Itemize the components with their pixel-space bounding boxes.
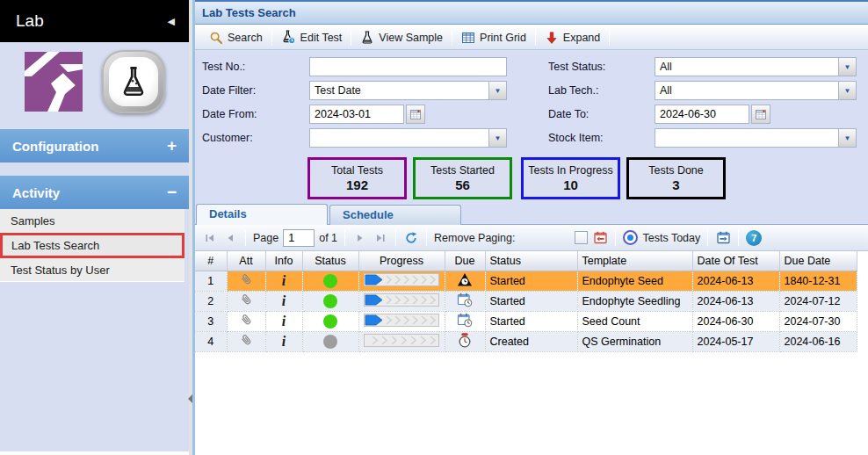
toolbar-button-label: Search: [228, 32, 263, 44]
lab-tech-select[interactable]: All ▼: [655, 81, 857, 100]
date-to-input[interactable]: [655, 105, 749, 124]
column-header-status[interactable]: Status: [485, 251, 577, 271]
sidebar-section-activity[interactable]: Activity −: [0, 176, 189, 209]
previous-page-icon: [224, 232, 236, 244]
info-icon: i: [282, 293, 286, 308]
page-count-label: of 1: [319, 232, 337, 244]
last-page-button[interactable]: [373, 230, 388, 246]
attachment-cell[interactable]: [227, 271, 265, 291]
panel-title-bar: Lab Tests Search: [195, 0, 868, 25]
test-no-label: Test No.:: [202, 61, 245, 73]
status-cell: Started: [485, 311, 577, 331]
date-from-input[interactable]: [309, 105, 404, 124]
column-header-status-light[interactable]: Status: [302, 251, 358, 271]
table-row[interactable]: 1 i: [195, 271, 857, 291]
last-page-icon: [374, 232, 387, 244]
tests-done-box: Tests Done 3: [626, 157, 726, 199]
refresh-button[interactable]: [403, 230, 419, 246]
collapse-sidebar-icon[interactable]: ◀: [168, 16, 175, 27]
sidebar-nav: Samples Lab Tests Search Test Status by …: [0, 209, 184, 282]
chevron-down-icon[interactable]: ▼: [488, 82, 506, 99]
sidebar-item-lab-tests-search[interactable]: Lab Tests Search: [0, 233, 184, 258]
refresh-icon: [404, 231, 418, 245]
test-status-select[interactable]: All ▼: [655, 57, 857, 76]
progress-bar: [364, 334, 439, 347]
paging-separator: [426, 230, 427, 246]
paperclip-icon: [239, 333, 253, 347]
column-header-num[interactable]: #: [195, 251, 227, 271]
date-to-calendar-button[interactable]: [751, 105, 770, 124]
test-no-input[interactable]: [309, 57, 507, 76]
progress-bar: [364, 273, 439, 286]
view-sample-button[interactable]: View Sample: [353, 27, 450, 48]
column-header-progress[interactable]: Progress: [358, 251, 445, 271]
chevron-down-icon[interactable]: ▼: [838, 82, 856, 99]
attachment-cell[interactable]: [227, 291, 265, 311]
page-number-input[interactable]: [283, 229, 315, 247]
tests-today-radio[interactable]: [623, 230, 638, 245]
chevron-down-icon[interactable]: ▼: [488, 129, 506, 147]
table-row[interactable]: 4 i: [195, 331, 857, 351]
chevron-down-icon[interactable]: ▼: [838, 129, 856, 147]
customer-select[interactable]: ▼: [309, 128, 507, 148]
search-button[interactable]: Search: [202, 27, 270, 48]
lab-tech-label: Lab Tech.:: [548, 84, 598, 97]
paperclip-icon: [239, 292, 253, 307]
next-page-button[interactable]: [352, 230, 368, 246]
radio-dot: [627, 235, 633, 241]
calendar-clock-icon: [457, 312, 473, 328]
due-icon-cell: [445, 291, 485, 311]
info-cell[interactable]: i: [265, 331, 302, 351]
tab-schedule[interactable]: Schedule: [329, 205, 461, 225]
progress-bar: [364, 314, 439, 327]
row-number-cell: 4: [195, 331, 227, 351]
attachment-cell[interactable]: [227, 331, 265, 351]
expand-plus-icon[interactable]: +: [167, 136, 177, 155]
tab-details[interactable]: Details: [196, 204, 328, 225]
lab-module-button-face: [109, 57, 158, 106]
info-cell[interactable]: i: [265, 291, 302, 311]
summary-label: Tests In Progress: [524, 164, 618, 177]
status-light-cell: [302, 291, 358, 311]
attachment-cell[interactable]: [227, 311, 265, 331]
sidebar-item-samples[interactable]: Samples: [0, 209, 184, 233]
sidebar-item-test-status-by-user[interactable]: Test Status by User: [0, 258, 184, 282]
column-header-due-date[interactable]: Due Date: [779, 251, 857, 271]
column-header-info[interactable]: Info: [265, 251, 302, 271]
column-header-att[interactable]: Att: [227, 251, 265, 271]
edit-test-button[interactable]: Edit Test: [274, 27, 350, 48]
info-cell[interactable]: i: [265, 271, 302, 291]
calendar-clock-icon: [457, 292, 473, 307]
expand-button[interactable]: Expand: [538, 27, 607, 48]
chevron-down-icon[interactable]: ▼: [838, 58, 856, 76]
print-grid-button[interactable]: Print Grid: [454, 27, 533, 48]
remove-paging-calendar-button[interactable]: [592, 230, 608, 246]
calendar-back-icon: [593, 230, 608, 245]
sidebar-section-configuration[interactable]: Configuration +: [0, 129, 189, 162]
count-badge[interactable]: 7: [746, 230, 762, 246]
date-filter-select[interactable]: Test Date ▼: [309, 81, 507, 100]
previous-page-button[interactable]: [222, 230, 238, 246]
info-cell[interactable]: i: [265, 311, 302, 331]
lab-module-button[interactable]: [102, 50, 165, 113]
column-header-due[interactable]: Due: [445, 251, 485, 271]
column-header-template[interactable]: Template: [577, 251, 692, 271]
summary-value: 3: [629, 177, 723, 192]
due-icon-cell: [445, 311, 485, 331]
table-row[interactable]: 3 i: [195, 311, 857, 331]
tests-today-calendar-button[interactable]: [715, 230, 731, 246]
first-page-button[interactable]: [202, 230, 218, 246]
column-header-date-of-test[interactable]: Date Of Test: [692, 251, 779, 271]
due-date-cell: 1840-12-31: [779, 271, 857, 291]
table-row[interactable]: 2 i: [195, 291, 857, 311]
date-from-calendar-button[interactable]: [406, 105, 425, 124]
remove-paging-checkbox[interactable]: [575, 231, 588, 244]
collapse-minus-icon[interactable]: −: [167, 183, 177, 202]
company-logo: [25, 52, 83, 112]
panel-title: Lab Tests Search: [202, 6, 296, 19]
date-filter-value: Test Date: [310, 82, 488, 99]
calendar-picker-icon: [409, 108, 422, 120]
stock-item-select[interactable]: ▼: [655, 128, 857, 148]
paging-separator: [615, 230, 616, 246]
summary-label: Tests Started: [416, 164, 510, 177]
